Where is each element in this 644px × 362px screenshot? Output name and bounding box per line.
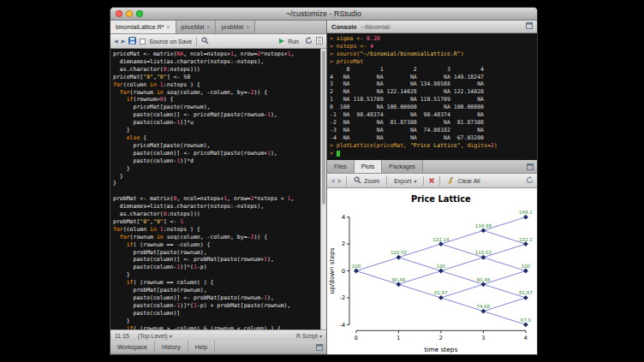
right-column: Console ~/binomial/ > sigma <- 0.20> nst… (327, 21, 537, 354)
file-type-label: R Script (296, 333, 318, 339)
titlebar[interactable]: ~/customize - RStudio (110, 8, 537, 21)
svg-text:0: 0 (342, 268, 345, 275)
plot-back-icon[interactable]: ◀ (331, 178, 335, 183)
tab-close-icon[interactable]: × (246, 24, 249, 30)
scope-selector[interactable]: (Top Level) ▾ (138, 333, 172, 339)
forward-icon[interactable]: ▶ (122, 39, 126, 44)
viewer-tab-packages[interactable]: Packages (382, 160, 423, 173)
editor-statusbar: 11:15 (Top Level) ▾ R Script ▾ (110, 329, 326, 341)
rerun-icon[interactable] (305, 37, 313, 45)
price-lattice-plot: Price Lattice01234time steps-4-2024up/do… (327, 188, 537, 354)
svg-text:74.08: 74.08 (477, 304, 491, 309)
clear-all-label: Clear All (457, 178, 480, 184)
svg-text:Price Lattice: Price Lattice (411, 194, 471, 204)
find-icon[interactable] (201, 37, 209, 45)
close-button[interactable] (116, 10, 122, 17)
tab-close-icon[interactable]: × (166, 24, 170, 30)
console-output[interactable]: > sigma <- 0.20> nsteps <- 4> source("~/… (327, 33, 537, 160)
toolbar-separator (346, 176, 347, 186)
svg-text:122.14: 122.14 (432, 237, 450, 242)
zoom-window-button[interactable] (136, 10, 143, 17)
plot-pane: Price Lattice01234time steps-4-2024up/do… (327, 188, 537, 354)
svg-text:3: 3 (481, 335, 485, 341)
svg-text:149.1: 149.1 (519, 210, 533, 215)
svg-text:134.99: 134.99 (475, 223, 492, 228)
run-icon (278, 38, 285, 45)
svg-text:67.0: 67.0 (521, 317, 532, 323)
chevron-down-icon: ▾ (319, 333, 322, 339)
bottom-tab-help[interactable]: Help (188, 341, 215, 353)
file-type-selector[interactable]: R Script ▾ (296, 333, 322, 339)
restore-pane-icon[interactable] (316, 341, 326, 353)
svg-text:time steps: time steps (424, 346, 457, 353)
svg-text:122.1: 122.1 (519, 237, 533, 242)
viewer-tab-files[interactable]: Files (327, 160, 355, 173)
minimize-pane-icon[interactable] (527, 160, 537, 173)
console-cursor (337, 151, 340, 157)
svg-text:81.87: 81.87 (519, 290, 533, 295)
toolbar-separator (423, 176, 424, 186)
svg-text:2: 2 (439, 335, 443, 341)
magnifier-icon (354, 176, 361, 185)
svg-text:100: 100 (352, 264, 361, 269)
console-header: Console ~/binomial/ (327, 21, 537, 33)
back-icon[interactable]: ◀ (114, 39, 118, 44)
rstudio-window: ~/customize - RStudio binomialLattice.R*… (110, 7, 538, 355)
export-button[interactable]: Export ▾ (391, 177, 419, 185)
run-label: Run (288, 39, 299, 45)
save-icon[interactable] (128, 37, 136, 45)
tab-close-icon[interactable]: × (206, 24, 210, 30)
maximize-pane-icon[interactable] (526, 22, 533, 31)
svg-text:4: 4 (524, 335, 528, 341)
export-label: Export (394, 178, 411, 184)
toolbar-separator (196, 37, 197, 46)
svg-text:81.87: 81.87 (434, 290, 448, 295)
plot-forward-icon[interactable]: ▶ (338, 178, 343, 183)
editor-tab-probmat[interactable]: probMat× (216, 21, 255, 33)
svg-text:110.52: 110.52 (475, 250, 492, 255)
editor-wrap: priceMat <- matrix(NA, ncol=nsteps+1, nr… (110, 49, 326, 329)
toolbar-separator (386, 176, 387, 186)
scrollbar-thumb[interactable] (322, 50, 325, 205)
editor-tab-bar: binomialLattice.R*×priceMat×probMat× (110, 21, 326, 34)
refresh-icon[interactable] (526, 176, 534, 185)
cursor-position: 11:15 (115, 333, 129, 339)
run-button[interactable]: Run (276, 37, 301, 46)
plots-toolbar: ◀ ▶ Zoom Export ▾ Clear All (327, 174, 537, 188)
svg-text:up/down steps: up/down steps (328, 247, 336, 294)
svg-text:-4: -4 (340, 322, 345, 329)
window-title: ~/customize - RStudio (110, 8, 537, 21)
traffic-lights (116, 10, 143, 17)
viewer-tab-bar: FilesPlotsPackages (327, 160, 537, 174)
tab-label: priceMat (182, 24, 205, 30)
zoom-button[interactable]: Zoom (351, 175, 382, 186)
editor-tab-pricemat[interactable]: priceMat× (176, 21, 217, 33)
source-on-save-label: Source on Save (149, 39, 192, 45)
tab-label: probMat (221, 24, 243, 30)
viewer-tab-plots[interactable]: Plots (355, 160, 383, 173)
source-pane: binomialLattice.R*×priceMat×probMat× ◀ ▶… (110, 21, 327, 354)
clear-all-button[interactable]: Clear All (444, 175, 482, 186)
svg-text:100: 100 (437, 264, 446, 269)
svg-text:1: 1 (397, 335, 400, 341)
svg-text:110.52: 110.52 (391, 250, 407, 255)
toolbar-separator (439, 176, 440, 186)
console-tab[interactable]: Console (331, 23, 357, 31)
remove-plot-icon[interactable] (428, 177, 435, 185)
code-editor[interactable]: priceMat <- matrix(NA, ncol=nsteps+1, nr… (110, 49, 320, 329)
source-file-icon[interactable] (316, 37, 323, 45)
svg-text:-2: -2 (340, 294, 345, 301)
zoom-label: Zoom (364, 178, 379, 184)
svg-text:90.48: 90.48 (477, 277, 491, 282)
source-on-save-checkbox[interactable] (140, 39, 146, 45)
svg-text:0: 0 (355, 335, 358, 341)
editor-toolbar: ◀ ▶ Source on Save Run (110, 34, 326, 49)
bottom-tab-workspace[interactable]: Workspace (110, 341, 155, 353)
scope-label: (Top Level) (138, 333, 168, 339)
svg-text:90.48: 90.48 (392, 277, 406, 282)
minimize-button[interactable] (126, 10, 133, 17)
chevron-down-icon: ▾ (414, 178, 416, 184)
bottom-tab-history[interactable]: History (155, 341, 188, 353)
editor-tab-binomiallattice-r[interactable]: binomialLattice.R*× (110, 21, 176, 33)
editor-scrollbar[interactable] (320, 49, 326, 329)
